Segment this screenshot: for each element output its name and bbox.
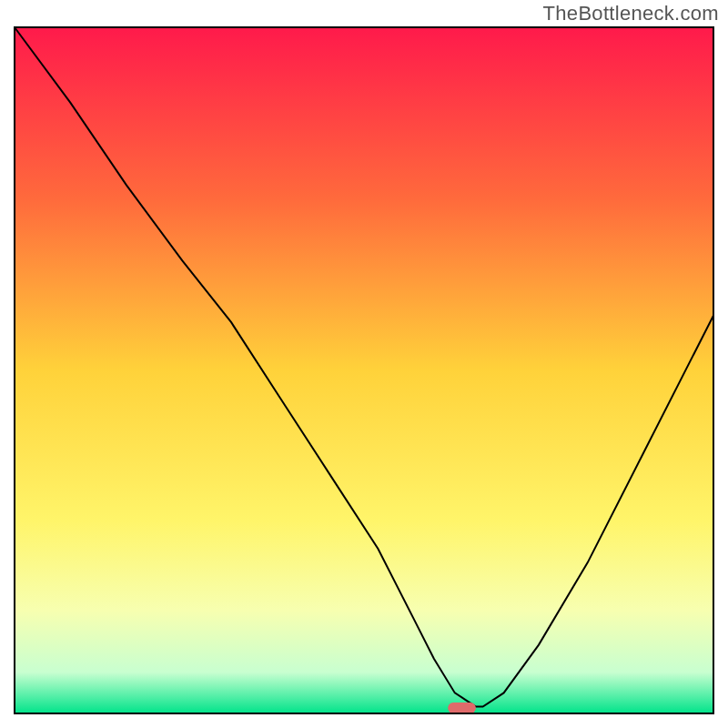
optimum-marker <box>448 703 476 713</box>
chart-background <box>15 27 713 713</box>
bottleneck-chart <box>0 0 728 728</box>
chart-stage: TheBottleneck.com <box>0 0 728 728</box>
watermark-text: TheBottleneck.com <box>543 2 719 25</box>
